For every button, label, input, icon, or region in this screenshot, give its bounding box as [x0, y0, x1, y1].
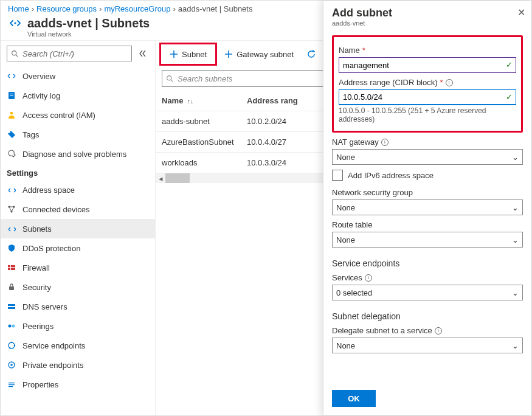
check-icon: ✓	[506, 60, 513, 69]
check-icon: ✓	[506, 92, 513, 102]
cell-name: workloads	[162, 158, 247, 167]
search-icon	[11, 50, 19, 58]
vnet-icon	[7, 71, 16, 81]
sidebar-item-label: Address space	[22, 185, 75, 195]
svg-line-29	[171, 80, 173, 81]
svg-line-2	[16, 55, 18, 57]
svg-rect-4	[10, 94, 13, 94]
sidebar-item-label: Security	[22, 283, 51, 292]
sidebar-item-overview[interactable]: Overview	[1, 66, 155, 86]
person-icon	[7, 110, 16, 120]
refresh-icon	[306, 49, 316, 59]
info-icon[interactable]: i	[435, 327, 442, 335]
sidebar-item-activity-log[interactable]: Activity log	[1, 86, 155, 105]
svg-point-18	[12, 325, 15, 328]
breadcrumb-resource-groups[interactable]: Resource groups	[36, 4, 97, 13]
name-input[interactable]	[339, 57, 516, 73]
close-icon: ✕	[517, 7, 525, 18]
sidebar-item-label: Firewall	[22, 263, 50, 272]
breadcrumb-home[interactable]: Home	[8, 4, 29, 13]
button-label: Gateway subnet	[237, 50, 294, 59]
svg-rect-14	[9, 286, 14, 290]
nat-gateway-label: NAT gateway i	[332, 137, 523, 147]
endpoints-icon	[7, 341, 16, 350]
close-panel-button[interactable]: ✕	[517, 7, 525, 18]
sidebar-item-label: Activity log	[22, 91, 60, 100]
collapse-sidebar-button[interactable]	[136, 46, 149, 61]
sidebar-section-settings: Settings	[1, 164, 155, 180]
sidebar-item-label: Private endpoints	[22, 361, 83, 370]
info-icon[interactable]: i	[381, 139, 389, 146]
svg-point-6	[10, 112, 13, 115]
ipv6-checkbox-row[interactable]: Add IPv6 address space	[332, 170, 523, 181]
info-icon[interactable]: i	[446, 79, 453, 86]
chevron-down-icon: ⌄	[512, 235, 519, 244]
sidebar-search-input[interactable]: Search (Ctrl+/)	[7, 46, 132, 61]
chevron-right-icon: ›	[173, 4, 175, 13]
services-select[interactable]: 0 selected ⌄	[332, 285, 523, 300]
route-table-select[interactable]: None ⌄	[332, 232, 523, 248]
sidebar-item-private-endpoints[interactable]: Private endpoints	[1, 355, 155, 375]
info-icon[interactable]: i	[365, 274, 372, 282]
svg-rect-15	[8, 304, 15, 306]
cell-name: aadds-subnet	[162, 117, 247, 126]
ok-button[interactable]: OK	[332, 390, 376, 407]
sidebar-item-subnets[interactable]: Subnets	[1, 219, 155, 238]
services-label: Services i	[332, 273, 523, 282]
column-header-name[interactable]: Name ↑↓	[162, 96, 247, 105]
ipv6-checkbox[interactable]	[332, 170, 343, 181]
breadcrumb-my-resource-group[interactable]: myResourceGroup	[104, 4, 170, 13]
route-table-label: Route table	[332, 220, 523, 229]
sidebar-item-label: Tags	[22, 130, 39, 139]
firewall-icon	[7, 263, 16, 272]
sidebar-item-label: Peerings	[22, 322, 54, 331]
svg-point-1	[12, 50, 16, 55]
sidebar-item-label: Properties	[22, 380, 58, 389]
sidebar-item-label: Diagnose and solve problems	[22, 150, 126, 159]
lock-icon	[7, 282, 16, 292]
sidebar-item-dns[interactable]: DNS servers	[1, 297, 155, 316]
svg-point-22	[9, 347, 11, 349]
sidebar-item-label: Connected devices	[22, 205, 90, 214]
panel-subtitle: aadds-vnet	[332, 19, 523, 27]
sidebar-item-ddos[interactable]: DDoS protection	[1, 238, 155, 258]
sidebar-item-security[interactable]: Security	[1, 277, 155, 297]
svg-rect-27	[9, 386, 13, 387]
sidebar-search-placeholder: Search (Ctrl+/)	[22, 49, 74, 58]
svg-rect-12	[8, 267, 15, 268]
chevron-down-icon: ⌄	[512, 288, 519, 297]
svg-rect-26	[9, 384, 15, 385]
svg-rect-5	[10, 95, 13, 96]
sidebar-item-peerings[interactable]: Peerings	[1, 316, 155, 336]
refresh-button[interactable]	[301, 49, 322, 59]
plus-icon	[170, 50, 178, 58]
log-icon	[7, 91, 16, 100]
plus-icon	[224, 50, 233, 58]
address-range-input[interactable]	[339, 89, 516, 105]
svg-point-21	[14, 345, 16, 347]
delegate-select[interactable]: None ⌄	[332, 338, 523, 353]
search-icon	[166, 75, 174, 83]
sidebar-item-iam[interactable]: Access control (IAM)	[1, 105, 155, 125]
address-icon	[7, 185, 16, 195]
sidebar-item-diagnose[interactable]: Diagnose and solve problems	[1, 144, 155, 164]
sidebar-item-label: Overview	[22, 72, 55, 81]
service-endpoints-heading: Service endpoints	[332, 258, 523, 268]
nsg-select[interactable]: None ⌄	[332, 199, 523, 215]
add-gateway-subnet-button[interactable]: Gateway subnet	[218, 44, 300, 64]
peerings-icon	[7, 321, 16, 331]
dns-icon	[7, 302, 16, 311]
page-title: aadds-vnet | Subnets	[27, 16, 150, 30]
add-subnet-button[interactable]: Subnet	[159, 43, 217, 66]
svg-rect-16	[8, 307, 15, 309]
sidebar-item-properties[interactable]: Properties	[1, 375, 155, 394]
sidebar-item-firewall[interactable]: Firewall	[1, 258, 155, 277]
sidebar-item-label: DNS servers	[22, 302, 67, 311]
nat-gateway-select[interactable]: None ⌄	[332, 149, 523, 165]
sidebar-item-connected-devices[interactable]: Connected devices	[1, 199, 155, 219]
sidebar-item-tags[interactable]: Tags	[1, 125, 155, 144]
chevron-right-icon: ›	[99, 4, 102, 13]
sidebar-item-service-endpoints[interactable]: Service endpoints	[1, 336, 155, 355]
scrollbar-thumb[interactable]	[165, 173, 190, 183]
sidebar-item-address-space[interactable]: Address space	[1, 180, 155, 199]
